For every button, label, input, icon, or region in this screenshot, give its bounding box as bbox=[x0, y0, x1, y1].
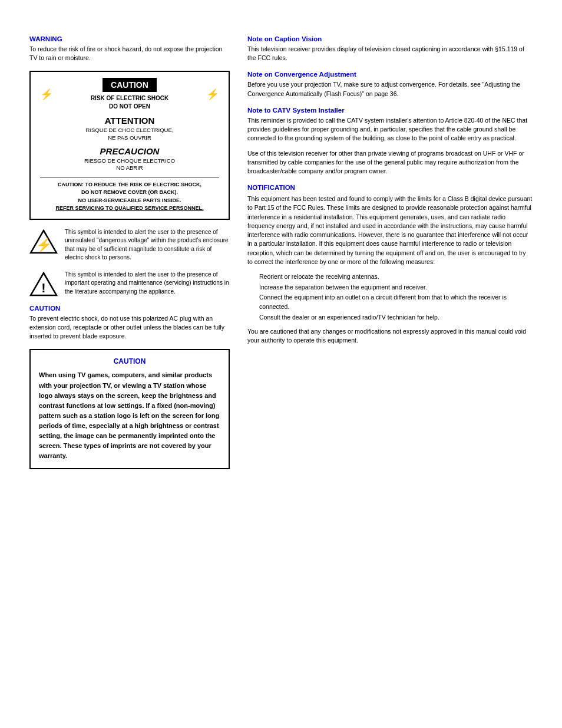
lightning-left-icon: ⚡ bbox=[40, 88, 53, 101]
warning-title: WARNING bbox=[29, 35, 230, 42]
list-item: Reorient or relocate the receiving anten… bbox=[259, 272, 533, 282]
bottom-line4: REFER SERVICING TO QUALIFIED SERVICE PER… bbox=[40, 205, 219, 213]
note-catv-body1: This reminder is provided to call the CA… bbox=[247, 116, 533, 143]
precaucion-sub2: NO ABRIR bbox=[40, 164, 219, 172]
notification-list: Reorient or relocate the receiving anten… bbox=[259, 272, 533, 322]
warning-section: WARNING To reduce the risk of fire or sh… bbox=[29, 35, 230, 62]
note-caption-section: Note on Caption Vision This television r… bbox=[247, 35, 533, 62]
risk-line2: DO NOT OPEN bbox=[91, 103, 168, 111]
attention-sub1: RISQUE DE CHOC ELECTRIQUE, bbox=[40, 127, 219, 134]
symbol2-row: ! This symbol is intended to alert the u… bbox=[29, 271, 230, 297]
note-catv-title: Note to CATV System Installer bbox=[247, 107, 533, 114]
lightning-right-icon: ⚡ bbox=[206, 88, 219, 101]
note-convergence-body: Before you use your projection TV, make … bbox=[247, 80, 533, 98]
notification-section: NOTIFICATION This equipment has been tes… bbox=[247, 184, 533, 345]
bottom-line1: CAUTION: TO REDUCE THE RISK OF ELECTRIC … bbox=[40, 181, 219, 189]
list-item: Consult the dealer or an experienced rad… bbox=[259, 313, 533, 322]
note-caption-title: Note on Caption Vision bbox=[247, 35, 533, 42]
attention-label: ATTENTION bbox=[40, 116, 219, 126]
lightning-triangle-icon: ⚡ bbox=[29, 229, 58, 254]
caution-bottom-warning: CAUTION: TO REDUCE THE RISK OF ELECTRIC … bbox=[40, 177, 219, 213]
right-column: Note on Caption Vision This television r… bbox=[247, 35, 533, 469]
svg-text:⚡: ⚡ bbox=[36, 237, 52, 253]
attention-sub2: NE PAS OUVRIR bbox=[40, 134, 219, 141]
notification-body: This equipment has been tested and found… bbox=[247, 195, 533, 266]
bottom-line2: DO NOT REMOVE COVER (OR BACK). bbox=[40, 189, 219, 197]
list-item: Increase the separation between the equi… bbox=[259, 283, 533, 292]
warning-body: To reduce the risk of fire or shock haza… bbox=[29, 45, 230, 62]
bottom-line3: NO USER-SERVICEABLE PARTS INSIDE. bbox=[40, 197, 219, 205]
page-layout: WARNING To reduce the risk of fire or sh… bbox=[29, 35, 533, 469]
left-column: WARNING To reduce the risk of fire or sh… bbox=[29, 35, 230, 469]
notification-footer: You are cautioned that any changes or mo… bbox=[247, 327, 533, 345]
risk-line1: RISK OF ELECTRIC SHOCK bbox=[91, 94, 168, 103]
note-catv-section: Note to CATV System Installer This remin… bbox=[247, 107, 533, 176]
svg-text:!: ! bbox=[41, 281, 45, 295]
note-catv-body2: Use of this television receiver for othe… bbox=[247, 149, 533, 176]
list-item: Connect the equipment into an outlet on … bbox=[259, 293, 533, 312]
caution-box-bottom: CAUTION When using TV games, computers, … bbox=[29, 349, 230, 469]
caution-label: CAUTION bbox=[103, 78, 157, 92]
caution3-body: When using TV games, computers, and simi… bbox=[39, 370, 220, 460]
caution2-section: CAUTION To prevent electric shock, do no… bbox=[29, 305, 230, 341]
note-caption-body: This television receiver provides displa… bbox=[247, 45, 533, 62]
caution3-title: CAUTION bbox=[39, 357, 220, 365]
exclamation-triangle-icon: ! bbox=[29, 272, 58, 297]
precaucion-sub1: RIESGO DE CHOQUE ELECTRICO bbox=[40, 157, 219, 164]
caution2-title: CAUTION bbox=[29, 305, 230, 312]
caution-box-main: ⚡ CAUTION RISK OF ELECTRIC SHOCK DO NOT … bbox=[29, 71, 230, 219]
notification-title: NOTIFICATION bbox=[247, 184, 533, 191]
note-convergence-section: Note on Convergence Adjustment Before yo… bbox=[247, 71, 533, 98]
note-convergence-title: Note on Convergence Adjustment bbox=[247, 71, 533, 78]
precaucion-label: PRECAUCION bbox=[40, 146, 219, 156]
symbol2-text: This symbol is intended to alert the use… bbox=[65, 271, 230, 297]
symbol1-text: This symbol is intended to alert the use… bbox=[65, 228, 230, 262]
symbol1-row: ⚡ This symbol is intended to alert the u… bbox=[29, 228, 230, 262]
caution2-body: To prevent electric shock, do not use th… bbox=[29, 314, 230, 341]
